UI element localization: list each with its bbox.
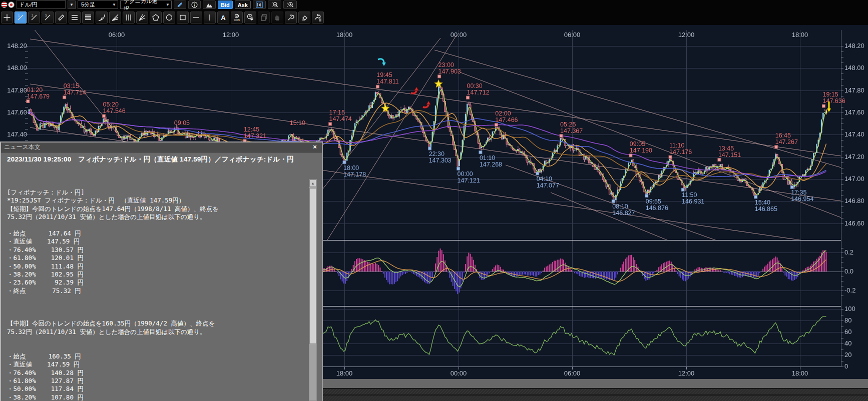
news-body-line: ・始点 160.35 円 [7, 352, 302, 360]
pencil-icon [177, 2, 183, 8]
circle-icon [165, 14, 173, 22]
fan2-icon [138, 14, 146, 22]
news-body-line: ・終点 75.32 円 [7, 287, 302, 295]
pair-selector[interactable]: ドル/円 [17, 0, 66, 9]
news-body-line: ・50.00% 111.48 円 [7, 262, 302, 270]
tool-adjust-wrench[interactable] [285, 12, 297, 24]
candle-panel-button[interactable] [253, 0, 266, 9]
vline-icon [206, 14, 214, 22]
bid-button[interactable]: Bid [218, 0, 233, 9]
news-body-line: ・直近値 147.59 円 [7, 360, 302, 368]
top-toolbar: ドル/円 ▼ 5分足 ▼ テクニカル選択 ▼ i Bid Ask [0, 0, 868, 10]
tool-fibo-arcs[interactable] [96, 12, 108, 24]
timeframe-label: 5分足 [81, 1, 95, 8]
news-body-line: ・38.20% 107.80 円 [7, 394, 302, 401]
news-body-line [7, 344, 302, 352]
news-body-text: [フィボナッチ：ドル・円]*19:25JST フィボナッチ：ドル・円 （直近値 … [7, 188, 302, 401]
tool-vertical-line[interactable] [204, 12, 216, 24]
tool-eraser[interactable] [298, 12, 310, 24]
pair-dropdown-button[interactable]: ▼ [68, 0, 76, 9]
hlines4-icon [84, 14, 92, 22]
jp-flag-icon [8, 2, 15, 8]
tool-copy[interactable] [258, 12, 270, 24]
tool-text[interactable]: A [217, 12, 229, 24]
news-headline: 2023/11/30 19:25:00 フィボナッチ:ドル・円（直近値 147.… [7, 155, 302, 164]
tool-ellipse[interactable] [163, 12, 175, 24]
news-scrollbar-thumb[interactable] [309, 188, 316, 344]
news-body-line: ・23.60% 92.39 円 [7, 278, 302, 286]
tool-trendline-3[interactable]: 3 [42, 12, 54, 24]
news-scrollbar[interactable]: ▲ [309, 179, 317, 401]
line3-icon: 3 [44, 14, 52, 22]
news-body-line: ・始点 147.64 円 [7, 230, 302, 238]
us-flag-icon [1, 2, 8, 8]
ask-button[interactable]: Ask [235, 0, 251, 9]
arcs-icon [98, 14, 106, 22]
eraser-icon [300, 14, 308, 22]
news-body-line [7, 336, 302, 344]
wrench2-icon [314, 14, 322, 22]
timeframe-selector[interactable]: 5分足 ▼ [78, 0, 118, 9]
news-body-line: *19:25JST フィボナッチ：ドル・円 （直近値 147.59円） [7, 196, 302, 204]
tool-crosshair[interactable] [1, 12, 13, 24]
zoom-out-button[interactable] [268, 0, 281, 9]
tool-fibo-retracement[interactable] [69, 12, 81, 24]
zoom-out-icon [271, 2, 278, 8]
crosshair-icon [3, 14, 11, 22]
zoom-in-icon [286, 2, 294, 8]
news-panel-title: ニュース本文 [4, 143, 41, 152]
tool-trendline-1[interactable]: 1 [15, 12, 27, 24]
mountain-icon [206, 2, 213, 8]
line2-icon: 2 [30, 14, 38, 22]
news-body-line: [フィボナッチ：ドル・円] [7, 188, 302, 196]
news-body-line [7, 295, 302, 303]
news-body-line: ・38.20% 102.95 円 [7, 270, 302, 278]
zoom-in-button[interactable] [283, 0, 297, 9]
fan-icon [111, 14, 119, 22]
news-body-line: 75.32円（2011/10/31 安値）とした場合の上値目処は以下の通り。 [7, 328, 302, 336]
square-icon [179, 14, 187, 22]
draw-pencil-button[interactable] [174, 0, 186, 9]
tool-icon-stamp[interactable]: ICON [231, 12, 243, 24]
tool-fibo-timezones[interactable] [123, 12, 135, 24]
news-body-line: ・61.80% 120.01 円 [7, 254, 302, 262]
technical-selector[interactable]: テクニカル選択 ▼ [120, 0, 172, 9]
tool-pan-hand[interactable] [271, 12, 283, 24]
news-body-line: ・76.40% 130.57 円 [7, 246, 302, 254]
tool-fibo-extension[interactable] [82, 12, 94, 24]
news-panel-header[interactable]: ニュース本文 × [1, 142, 322, 152]
wrench-icon [287, 14, 295, 22]
news-body-line: 【短期】今回のトレンドの始点を147.64円（1998/8/11 高値）、終点を [7, 205, 302, 213]
tool-parallel-channel[interactable] [55, 12, 67, 24]
chevron-down-icon: ▼ [166, 2, 170, 7]
tool-fibo-fan[interactable] [109, 12, 121, 24]
tool-trendline-2[interactable]: 2 [28, 12, 40, 24]
close-icon[interactable]: × [311, 144, 318, 150]
scroll-up-arrow-icon[interactable]: ▲ [309, 180, 316, 187]
news-panel: ニュース本文 × 2023/11/30 19:25:00 フィボナッチ:ドル・円… [0, 142, 323, 401]
ruler-icon [57, 14, 65, 22]
clock-icon [246, 14, 254, 22]
fx-chart-window: ドル/円 ▼ 5分足 ▼ テクニカル選択 ▼ i Bid Ask [0, 0, 868, 401]
tool-tool-settings[interactable] [312, 12, 324, 24]
tool-horizontal-line[interactable] [190, 12, 202, 24]
news-body-line [7, 312, 302, 320]
news-body-line: ・61.80% 127.87 円 [7, 377, 302, 385]
chart-style-button[interactable] [203, 0, 216, 9]
tool-time-marker[interactable] [244, 12, 256, 24]
news-body-line [7, 303, 302, 311]
tool-rectangle[interactable] [177, 12, 189, 24]
hline-icon [192, 14, 200, 22]
info-button[interactable]: i [188, 0, 201, 9]
news-body-line: ・直近値 147.59 円 [7, 238, 302, 246]
tool-gann-fan[interactable] [136, 12, 148, 24]
svg-text:2: 2 [32, 14, 34, 17]
vlines-icon [125, 14, 133, 22]
tool-pentagon[interactable] [150, 12, 162, 24]
currency-flags [1, 2, 15, 8]
svg-text:3: 3 [45, 14, 47, 17]
candle-chart-icon [256, 2, 263, 8]
news-body-line [7, 222, 302, 230]
news-body-line: 75.32円（2011/10/31 安値）とした場合の上値目処は以下の通り。 [7, 213, 302, 221]
news-body-line: 【中期】今回のトレンドの始点を160.35円（1990/4/2 高値）、終点を [7, 320, 302, 328]
